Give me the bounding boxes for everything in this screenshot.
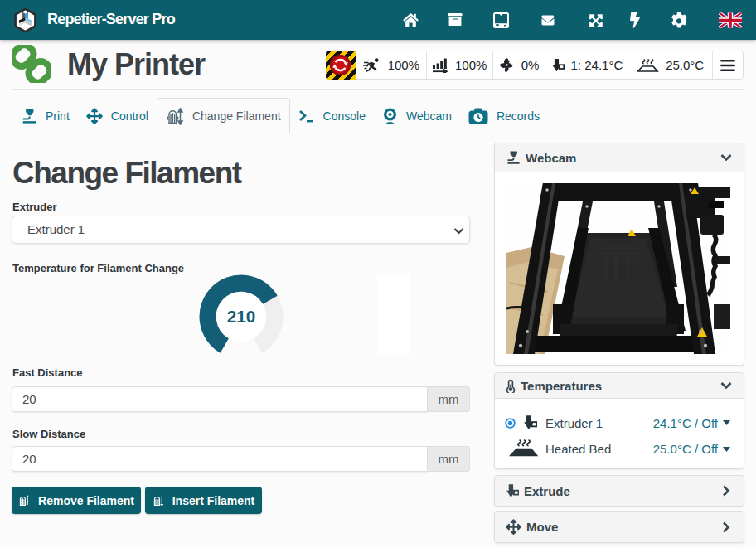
svg-text:210: 210 (227, 307, 256, 326)
